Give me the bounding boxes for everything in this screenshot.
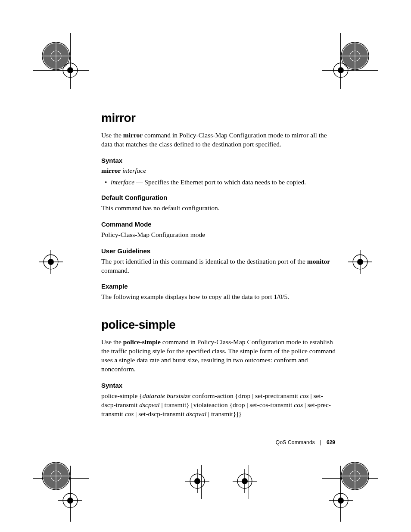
syntax-argument: cos	[125, 410, 134, 417]
registration-mark-icon	[39, 250, 63, 274]
registration-mark-icon	[329, 488, 353, 513]
syntax-argument: cos	[294, 401, 303, 408]
syntax-line: mirror interface	[101, 167, 336, 174]
text: | transmit}]}	[206, 410, 242, 417]
default-configuration-text: This command has no default configuratio…	[101, 204, 336, 213]
text: | transmit} [violateaction {drop | set-c…	[160, 401, 294, 408]
text: — Specifies the Ethernet port to which d…	[134, 178, 306, 186]
text: Use the	[101, 131, 123, 139]
mirror-intro: Use the mirror command in Policy-Class-M…	[101, 131, 336, 149]
syntax-command: mirror	[101, 167, 122, 174]
syntax-argument: interface	[122, 167, 146, 174]
text: Use the	[101, 338, 123, 345]
text: command.	[101, 267, 129, 274]
registration-mark-icon	[58, 488, 82, 513]
registration-mark-icon	[39, 459, 73, 493]
footer-section-title: QoS Commands	[276, 439, 315, 445]
text-bold: mirror	[123, 131, 143, 139]
command-mode-text: Policy-Class-Map Configuration mode	[101, 230, 336, 240]
text-bold: police-simple	[123, 338, 161, 345]
registration-mark-icon	[329, 58, 353, 82]
registration-mark-icon	[348, 250, 372, 274]
syntax-argument: dscpval	[186, 410, 206, 417]
syntax-heading: Syntax	[101, 382, 336, 389]
footer-separator	[321, 440, 321, 445]
example-text: The following example displays how to co…	[101, 292, 336, 302]
police-simple-syntax: police-simple {datarate burstsize confor…	[101, 392, 336, 419]
user-guidelines-text: The port identified in this command is i…	[101, 257, 336, 275]
page-footer: QoS Commands 629	[276, 439, 335, 446]
syntax-argument: cos	[300, 392, 309, 399]
registration-mark-icon	[338, 459, 372, 493]
text: conform-action {drop | set-prectransmit	[190, 392, 300, 399]
footer-page-number: 629	[327, 439, 335, 445]
syntax-heading: Syntax	[101, 157, 336, 164]
registration-mark-icon	[185, 469, 209, 493]
registration-mark-icon	[58, 58, 82, 82]
syntax-argument: interface	[111, 178, 134, 186]
text: The port identified in this command is i…	[101, 258, 307, 265]
page-content: mirror Use the mirror command in Policy-…	[101, 111, 336, 426]
text: | set-dscp-transmit	[134, 410, 186, 417]
command-title-police-simple: police-simple	[101, 318, 336, 332]
text: police-simple {	[101, 392, 143, 399]
command-mode-heading: Command Mode	[101, 221, 336, 228]
user-guidelines-heading: User Guidelines	[101, 247, 336, 255]
default-configuration-heading: Default Configuration	[101, 194, 336, 201]
police-simple-intro: Use the police-simple command in Policy-…	[101, 338, 336, 374]
registration-mark-icon	[233, 469, 257, 493]
text-bold: monitor	[307, 258, 330, 265]
syntax-argument: dscpval	[139, 401, 159, 408]
syntax-bullet: interface — Specifies the Ethernet port …	[111, 178, 336, 187]
command-title-mirror: mirror	[101, 111, 336, 125]
example-heading: Example	[101, 283, 336, 290]
syntax-argument: datarate burstsize	[143, 392, 191, 399]
